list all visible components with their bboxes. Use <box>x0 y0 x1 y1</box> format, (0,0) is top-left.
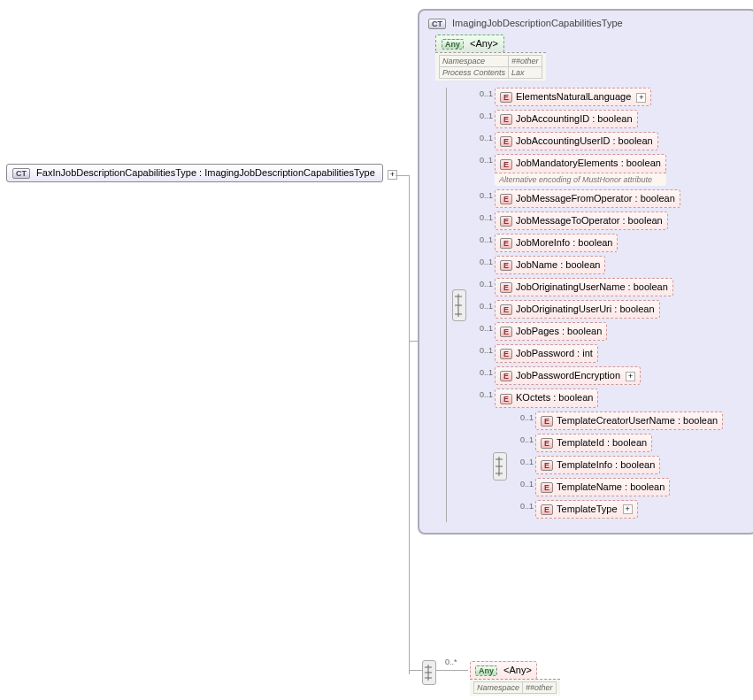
ct-title: ImagingJobDescriptionCapabilitiesType <box>452 18 623 28</box>
expand-icon[interactable]: + <box>626 372 635 381</box>
element-badge: E <box>500 349 512 359</box>
element-node[interactable]: EJobPages : boolean <box>495 322 607 341</box>
ct-badge: CT <box>12 168 30 179</box>
occurrence: 0..1 <box>472 388 495 399</box>
element-badge: E <box>500 260 512 271</box>
occurrence: 0..* <box>445 658 459 666</box>
element-node[interactable]: EKOctets : boolean <box>495 388 598 407</box>
element-node[interactable]: ETemplateCreatorUserName : boolean <box>535 412 723 430</box>
element-badge: E <box>500 216 512 227</box>
expand-icon[interactable]: + <box>636 93 646 103</box>
element-badge: E <box>500 159 512 170</box>
element-badge: E <box>541 460 553 471</box>
root-complextype[interactable]: CT FaxInJobDescriptionCapabilitiesType :… <box>6 164 383 182</box>
occurrence: 0..1 <box>512 412 535 422</box>
any-label: <Any> <box>503 665 532 675</box>
element-label: JobOriginatingUserName : boolean <box>516 281 668 292</box>
element-label: JobPasswordEncryption <box>516 370 620 381</box>
occurrence: 0..1 <box>472 234 495 244</box>
element-label: TemplateType <box>557 504 617 514</box>
occurrence: 0..1 <box>472 300 495 311</box>
element-node[interactable]: EJobPasswordEncryption + <box>495 366 641 385</box>
element-badge: E <box>500 304 512 315</box>
element-node[interactable]: EJobOriginatingUserName : boolean <box>495 278 673 296</box>
element-label: JobMessageToOperator : boolean <box>516 215 663 226</box>
element-badge: E <box>541 416 553 427</box>
element-node[interactable]: EJobMandatoryElements : boolean <box>495 154 666 173</box>
element-node[interactable]: ETemplateInfo : boolean <box>535 456 660 474</box>
any-badge: Any <box>442 39 464 50</box>
occurrence: 0..1 <box>472 132 495 142</box>
occurrence: 0..1 <box>512 500 535 511</box>
element-label: JobAccountingUserID : boolean <box>516 135 653 146</box>
element-label: JobMoreInfo : boolean <box>516 237 612 248</box>
element-badge: E <box>500 371 512 381</box>
occurrence: 0..1 <box>512 478 535 488</box>
element-node[interactable]: ETemplateType + <box>535 500 638 519</box>
element-node[interactable]: EJobAccountingID : boolean <box>495 110 638 128</box>
occurrence: 0..1 <box>472 110 495 120</box>
occurrence: 0..1 <box>472 344 495 355</box>
element-node[interactable]: EJobAccountingUserID : boolean <box>495 132 658 150</box>
element-badge: E <box>541 438 553 449</box>
root-label: FaxInJobDescriptionCapabilitiesType : Im… <box>36 167 375 178</box>
element-label: JobAccountingID : boolean <box>516 113 632 124</box>
occurrence: 0..1 <box>472 322 495 333</box>
any-badge: Any <box>475 665 497 676</box>
sequence-icon <box>422 660 436 685</box>
element-badge: E <box>500 394 512 404</box>
any-wildcard[interactable]: Any <Any> <box>435 35 504 53</box>
occurrence: 0..1 <box>472 278 495 288</box>
element-label: TemplateInfo : boolean <box>557 459 655 470</box>
element-node[interactable]: ETemplateName : boolean <box>535 478 670 496</box>
element-badge: E <box>500 114 512 125</box>
element-label: TemplateName : boolean <box>557 481 665 492</box>
occurrence: 0..1 <box>472 154 495 165</box>
element-label: JobName : boolean <box>516 259 600 270</box>
element-node[interactable]: EJobName : boolean <box>495 256 605 274</box>
element-badge: E <box>500 92 512 103</box>
element-badge: E <box>500 194 512 204</box>
any-meta: Namespace##other <box>470 679 560 696</box>
sequence-icon <box>493 452 507 481</box>
occurrence: 0..1 <box>472 256 495 266</box>
element-node[interactable]: EJobMoreInfo : boolean <box>495 234 618 252</box>
element-label: JobPages : boolean <box>516 326 602 336</box>
element-label: JobMessageFromOperator : boolean <box>516 193 675 204</box>
occurrence: 0..1 <box>472 189 495 200</box>
ct-badge: CT <box>428 19 446 29</box>
any-meta: Namespace##other Process ContentsLax <box>435 52 546 81</box>
occurrence: 0..1 <box>512 434 535 444</box>
element-label: JobPassword : int <box>516 348 593 358</box>
sequence-icon <box>452 289 466 321</box>
element-node[interactable]: ETemplateId : boolean <box>535 434 652 452</box>
any-wildcard[interactable]: Any <Any> <box>470 661 537 680</box>
element-badge: E <box>500 238 512 249</box>
occurrence: 0..1 <box>472 212 495 222</box>
any-label: <Any> <box>470 38 498 49</box>
element-label: TemplateId : boolean <box>557 437 647 448</box>
element-label: KOctets : boolean <box>516 392 593 403</box>
occurrence: 0..1 <box>512 456 535 466</box>
element-label: JobOriginatingUserUri : boolean <box>516 304 655 314</box>
element-note: Alternative encoding of MustHonor attrib… <box>495 173 666 186</box>
element-badge: E <box>500 282 512 293</box>
ct-container: CT ImagingJobDescriptionCapabilitiesType… <box>418 9 753 535</box>
element-label: ElementsNaturalLanguage <box>516 91 631 102</box>
element-node[interactable]: EJobMessageToOperator : boolean <box>495 212 668 230</box>
occurrence: 0..1 <box>472 88 495 98</box>
occurrence: 0..1 <box>472 366 495 377</box>
element-node[interactable]: EJobOriginatingUserUri : boolean <box>495 300 660 319</box>
element-node[interactable]: EElementsNaturalLanguage + <box>495 88 651 106</box>
element-badge: E <box>541 482 553 493</box>
expand-icon[interactable]: + <box>623 504 633 514</box>
element-badge: E <box>500 136 512 147</box>
element-node[interactable]: EJobMessageFromOperator : boolean <box>495 189 680 208</box>
element-badge: E <box>541 504 553 515</box>
element-badge: E <box>500 327 512 337</box>
element-label: JobMandatoryElements : boolean <box>516 158 661 168</box>
element-node[interactable]: EJobPassword : int <box>495 344 598 363</box>
element-label: TemplateCreatorUserName : boolean <box>557 415 718 426</box>
